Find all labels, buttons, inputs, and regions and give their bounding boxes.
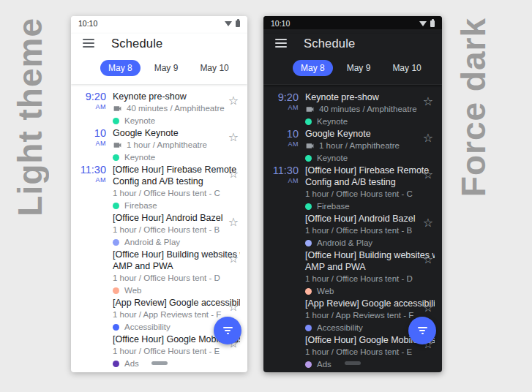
session-meta: 1 hour / Office Hours tent - B: [113, 225, 240, 235]
session-meta: 1 hour / Office Hours tent - D: [305, 274, 435, 284]
session-item[interactable]: [Office Hour] Building websites with AMP…: [269, 249, 435, 295]
tab-may-10[interactable]: May 10: [192, 60, 236, 76]
filter-fab-button[interactable]: [214, 317, 241, 344]
filter-fab-button[interactable]: [408, 317, 436, 344]
session-item[interactable]: [Office Hour] Building websites with AMP…: [77, 249, 240, 295]
tag-dot-icon: [305, 118, 312, 125]
star-icon[interactable]: ☆: [228, 301, 239, 313]
status-bar: 10:10: [263, 16, 442, 29]
session-title: [Office Hour] Android Vitals: [113, 370, 240, 372]
session-time: [77, 333, 106, 368]
star-icon[interactable]: ☆: [423, 95, 433, 108]
session-title: [Office Hour] Building websites with AMP…: [305, 249, 435, 273]
star-icon[interactable]: ☆: [423, 168, 433, 181]
wifi-icon: [419, 21, 427, 26]
tag-dot-icon: [113, 154, 119, 161]
status-time: 10:10: [78, 19, 97, 28]
session-item[interactable]: 11:30AM[Office Hour] Firebase Remote Con…: [269, 165, 435, 211]
status-bar: 10:10: [71, 16, 247, 29]
page-title: Schedule: [111, 37, 162, 50]
session-title: Google Keynote: [113, 127, 240, 139]
session-time: [269, 371, 299, 372]
tab-may-10[interactable]: May 10: [384, 60, 429, 76]
star-icon[interactable]: ☆: [423, 253, 433, 265]
home-indicator[interactable]: [151, 361, 168, 365]
tag-dot-icon: [113, 239, 119, 246]
session-meta: 1 hour / Amphitheatre: [305, 140, 435, 151]
session-title: [App Review] Google accessibility: [113, 297, 240, 309]
session-item[interactable]: 9:20AMKeynote pre-show40 minutes / Amphi…: [269, 91, 435, 126]
meridiem: AM: [77, 102, 106, 111]
session-tag: Keynote: [113, 116, 240, 125]
session-item[interactable]: 9:20AMKeynote pre-show40 minutes / Amphi…: [77, 91, 240, 125]
session-tag: Android & Play: [113, 238, 240, 246]
tag-dot-icon: [113, 324, 119, 331]
session-time: [269, 298, 299, 332]
star-icon[interactable]: ☆: [423, 132, 433, 144]
star-icon[interactable]: ☆: [228, 216, 239, 228]
session-title: Keynote pre-show: [113, 91, 240, 102]
session-time: [77, 249, 106, 295]
session-tag: Keynote: [305, 117, 435, 126]
star-icon[interactable]: ☆: [423, 216, 433, 229]
tag-dot-icon: [305, 240, 312, 246]
page-title: Schedule: [304, 37, 355, 50]
session-time: 10AM: [269, 128, 299, 162]
session-meta: 1 hour / Office Hours tent - B: [305, 225, 435, 235]
session-item[interactable]: 10AMGoogle Keynote1 hour / AmphitheatreK…: [269, 128, 435, 162]
videocam-icon: [305, 105, 315, 114]
tag-dot-icon: [113, 203, 119, 209]
home-indicator[interactable]: [345, 361, 361, 365]
star-icon[interactable]: ☆: [228, 167, 239, 180]
hamburger-menu-icon[interactable]: [275, 39, 287, 48]
hamburger-menu-icon[interactable]: [83, 39, 94, 48]
meridiem: AM: [269, 103, 299, 112]
star-icon[interactable]: ☆: [228, 252, 239, 265]
tag-dot-icon: [305, 203, 312, 210]
session-time: 9:20AM: [77, 91, 106, 125]
session-meta: 1 hour / Amphitheatre: [113, 140, 240, 150]
session-item[interactable]: [Office Hour] Android Vitals: [269, 371, 435, 372]
session-time: 9:20AM: [269, 91, 299, 126]
session-time: [269, 334, 299, 369]
session-tag: Firebase: [113, 201, 240, 210]
session-item[interactable]: 10AMGoogle Keynote1 hour / AmphitheatreK…: [77, 127, 240, 162]
session-title: [Office Hour] Android Bazel: [305, 213, 435, 225]
date-tabs: May 8May 9May 10: [71, 53, 247, 84]
star-icon[interactable]: ☆: [228, 131, 239, 143]
session-meta: 1 hour / Office Hours tent - C: [113, 188, 240, 198]
session-tag: Ads: [113, 359, 240, 368]
tag-dot-icon: [305, 288, 312, 295]
app-header: Schedule May 8May 9May 10: [263, 34, 442, 85]
session-time: 11:30AM: [77, 164, 106, 210]
session-tag: Firebase: [305, 202, 435, 211]
session-item[interactable]: 11:30AM[Office Hour] Firebase Remote Con…: [77, 164, 240, 210]
meridiem: AM: [77, 176, 106, 184]
star-icon[interactable]: ☆: [228, 94, 239, 107]
session-tag: Web: [113, 286, 240, 295]
tab-may-9[interactable]: May 9: [339, 60, 379, 76]
tag-dot-icon: [305, 361, 312, 368]
battery-icon: [236, 20, 240, 27]
session-item[interactable]: [Office Hour] Android Bazel1 hour / Offi…: [77, 212, 240, 246]
session-time: [77, 297, 106, 331]
session-time: 11:30AM: [269, 165, 299, 211]
tab-may-9[interactable]: May 9: [146, 60, 187, 76]
tab-may-8[interactable]: May 8: [100, 60, 141, 76]
session-item[interactable]: [Office Hour] Android Vitals: [77, 370, 240, 372]
session-title: [Office Hour] Android Vitals: [305, 371, 435, 372]
meridiem: AM: [269, 140, 299, 148]
app-header: Schedule May 8May 9May 10: [71, 34, 247, 84]
tab-may-8[interactable]: May 8: [293, 60, 333, 76]
session-time: 10AM: [77, 127, 106, 162]
session-item[interactable]: [Office Hour] Android Bazel1 hour / Offi…: [269, 213, 435, 247]
star-icon[interactable]: ☆: [423, 301, 433, 314]
meridiem: AM: [77, 139, 106, 148]
tag-dot-icon: [113, 118, 119, 124]
time-value: 9:20: [269, 92, 299, 103]
session-meta: 40 minutes / Amphitheatre: [305, 104, 435, 114]
session-meta: 1 hour / Office Hours tent - D: [113, 273, 240, 283]
session-tag: Keynote: [113, 153, 240, 162]
tag-dot-icon: [113, 361, 119, 367]
session-time: [77, 212, 106, 246]
